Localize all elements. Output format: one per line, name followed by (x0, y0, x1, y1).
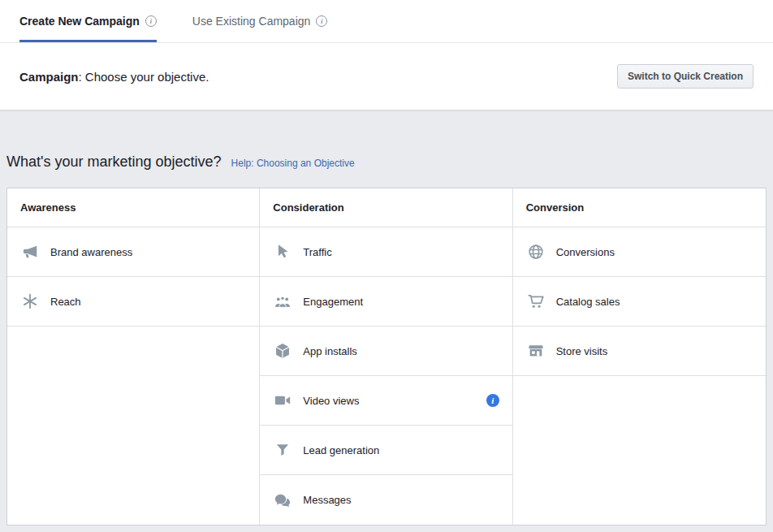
objective-store-visits[interactable]: Store visits (513, 327, 766, 376)
funnel-icon (273, 440, 292, 460)
objective-label: Messages (303, 494, 351, 506)
globe-icon (526, 242, 546, 262)
objective-label: Engagement (303, 296, 363, 308)
objective-label: Catalog sales (556, 296, 620, 308)
objective-label: App installs (303, 345, 356, 357)
objective-lead-generation[interactable]: Lead generation (260, 426, 512, 475)
objective-heading-row: What's your marketing objective? Help: C… (6, 154, 767, 171)
people-icon (273, 292, 292, 311)
empty-cell (513, 376, 766, 426)
campaign-title: Campaign: Choose your objective. (19, 70, 209, 84)
info-icon[interactable]: i (486, 394, 499, 407)
cube-icon (273, 341, 292, 361)
tab-create-new-campaign[interactable]: Create New Campaign i (19, 0, 157, 42)
objective-app-installs[interactable]: App installs (260, 327, 512, 376)
objective-label: Lead generation (303, 444, 379, 456)
ads-manager-campaign-page: Create New Campaign i Use Existing Campa… (0, 0, 773, 532)
switch-to-quick-creation-button[interactable]: Switch to Quick Creation (617, 64, 754, 89)
objective-section: What's your marketing objective? Help: C… (0, 154, 773, 526)
info-icon[interactable]: i (316, 15, 327, 27)
tab-use-existing-campaign-label: Use Existing Campaign (192, 15, 311, 28)
megaphone-icon (20, 242, 40, 262)
objective-catalog-sales[interactable]: Catalog sales (513, 277, 766, 327)
objective-reach[interactable]: Reach (7, 277, 260, 327)
objective-traffic[interactable]: Traffic (260, 227, 512, 277)
column-header-consideration: Consideration (260, 188, 512, 227)
reach-icon (20, 292, 40, 311)
objective-label: Reach (50, 296, 81, 308)
objective-video-views[interactable]: Video viewsi (260, 376, 512, 426)
campaign-label: Campaign (19, 70, 79, 84)
column-header-awareness: Awareness (7, 188, 260, 227)
tab-use-existing-campaign[interactable]: Use Existing Campaign i (192, 0, 328, 42)
empty-cell (7, 426, 260, 475)
empty-cell (7, 376, 260, 426)
marketing-objective-heading: What's your marketing objective? (6, 154, 222, 171)
objective-label: Video views (303, 395, 359, 407)
objective-engagement[interactable]: Engagement (260, 277, 512, 327)
campaign-tab-bar: Create New Campaign i Use Existing Campa… (0, 0, 773, 43)
objective-table: AwarenessConsiderationConversionBrand aw… (6, 188, 767, 526)
empty-cell (7, 475, 260, 525)
empty-cell (513, 475, 766, 525)
info-icon[interactable]: i (145, 15, 157, 27)
objective-label: Brand awareness (50, 246, 132, 258)
objective-brand-awareness[interactable]: Brand awareness (7, 227, 260, 277)
tab-create-new-campaign-label: Create New Campaign (19, 15, 140, 28)
cart-icon (526, 292, 546, 311)
cursor-icon (273, 242, 292, 262)
objective-label: Conversions (556, 246, 615, 258)
empty-cell (513, 426, 766, 475)
objective-conversions[interactable]: Conversions (513, 227, 766, 277)
storefront-icon (526, 341, 546, 361)
campaign-header-bar: Campaign: Choose your objective. Switch … (0, 43, 773, 110)
campaign-subtitle: : Choose your objective. (79, 70, 209, 84)
chat-bubbles-icon (273, 491, 292, 510)
objective-label: Store visits (556, 345, 608, 357)
help-choosing-objective-link[interactable]: Help: Choosing an Objective (231, 158, 355, 169)
objective-label: Traffic (303, 246, 331, 258)
video-camera-icon (273, 391, 292, 410)
empty-cell (7, 327, 260, 376)
objective-messages[interactable]: Messages (260, 475, 512, 525)
column-header-conversion: Conversion (513, 188, 766, 227)
